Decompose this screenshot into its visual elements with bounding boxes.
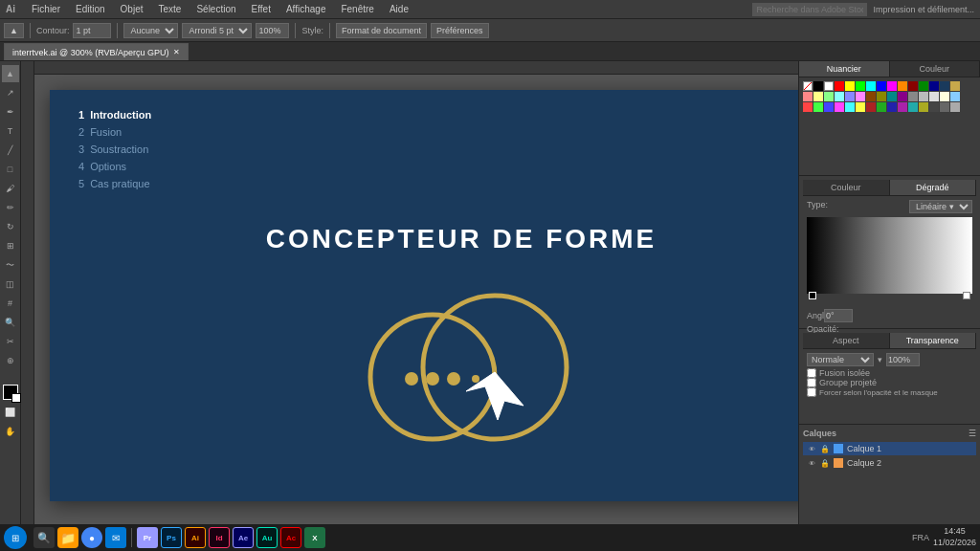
- mesh-tool[interactable]: #: [2, 295, 19, 312]
- gradient-tool[interactable]: ◫: [2, 276, 19, 293]
- menu-fenetre[interactable]: Fenêtre: [338, 4, 376, 14]
- menu-affichage[interactable]: Affichage: [283, 4, 329, 14]
- gradient-stop-left[interactable]: [809, 292, 816, 299]
- direct-select-tool[interactable]: ↗: [2, 84, 19, 101]
- blend-mode-select[interactable]: Normale: [807, 353, 874, 366]
- selection-tool[interactable]: ▲: [2, 65, 19, 82]
- menu-objet[interactable]: Objet: [118, 4, 146, 14]
- menu-selection[interactable]: Sélection: [193, 4, 238, 14]
- swatch-c9[interactable]: [866, 102, 876, 112]
- taskbar-photoshop[interactable]: Ps: [161, 527, 182, 548]
- around-select[interactable]: Arrondi 5 pt: [182, 23, 252, 38]
- artboard-tool[interactable]: ⬜: [2, 404, 19, 421]
- swatch-white[interactable]: [824, 81, 834, 91]
- swatch-gray3[interactable]: [929, 92, 939, 101]
- gradient-type-select[interactable]: Linéaire ▾: [909, 200, 972, 213]
- taskbar-mail[interactable]: ✉: [105, 527, 126, 548]
- forme-select[interactable]: Aucune: [123, 23, 178, 38]
- text-tool[interactable]: T: [2, 122, 19, 140]
- calque-visibility-1[interactable]: 👁: [807, 444, 816, 453]
- swatch-blue[interactable]: [877, 81, 886, 91]
- taskbar-illustrator[interactable]: Ai: [185, 527, 206, 548]
- taskbar-excel[interactable]: X: [304, 527, 325, 548]
- swatch-navy[interactable]: [940, 81, 949, 91]
- swatch-c3[interactable]: [803, 102, 813, 112]
- gradient-stop-right[interactable]: [963, 292, 970, 299]
- taskbar-audition[interactable]: Au: [256, 527, 278, 548]
- taskbar-start-btn[interactable]: ⊞: [4, 526, 27, 549]
- swatch-black[interactable]: [813, 81, 823, 91]
- taskbar-indesign[interactable]: Id: [209, 527, 230, 548]
- swatch-c5[interactable]: [824, 102, 834, 112]
- swatch-lt-cyan[interactable]: [835, 92, 844, 101]
- pen-tool[interactable]: ✒: [2, 103, 19, 121]
- calque-lock-2[interactable]: 🔒: [820, 458, 830, 468]
- tab-aspect[interactable]: Aspect: [803, 333, 890, 348]
- taskbar-premiere[interactable]: Pr: [137, 527, 158, 548]
- zoom-input[interactable]: [256, 23, 289, 38]
- swatch-pink[interactable]: [803, 92, 813, 101]
- taskbar-acrobat[interactable]: Ac: [280, 527, 301, 548]
- swatch-none[interactable]: [803, 81, 813, 91]
- swatch-teal[interactable]: [887, 92, 897, 101]
- angle-input[interactable]: [824, 309, 853, 322]
- swatch-c16[interactable]: [940, 102, 949, 112]
- swatch-c13[interactable]: [908, 102, 918, 112]
- tab-transparence[interactable]: Transparence: [890, 333, 977, 348]
- tab-couleur-grad[interactable]: Couleur: [803, 180, 890, 195]
- calque-row-2[interactable]: 👁 🔒 Calque 2: [803, 456, 976, 470]
- swatch-lt-magenta[interactable]: [856, 92, 865, 101]
- stroke-color-box[interactable]: [11, 393, 21, 403]
- eyedropper-tool[interactable]: 🔍: [2, 314, 19, 331]
- swatch-c11[interactable]: [887, 102, 897, 112]
- swatch-c14[interactable]: [919, 102, 928, 112]
- document-tab[interactable]: interrtvek.ai @ 300% (RVB/Aperçu GPU) ✕: [4, 43, 189, 60]
- swatch-c4[interactable]: [813, 102, 823, 112]
- scale-tool[interactable]: ⊞: [2, 237, 19, 254]
- stock-search-input[interactable]: [752, 3, 867, 16]
- swatch-red[interactable]: [835, 81, 844, 91]
- swatch-gold[interactable]: [950, 81, 960, 91]
- groupe-projete-cb[interactable]: Groupe projeté: [807, 378, 972, 387]
- tab-close-btn[interactable]: ✕: [173, 48, 180, 56]
- contour-value-input[interactable]: [73, 23, 111, 38]
- menu-aide[interactable]: Aide: [387, 4, 412, 14]
- swatch-green[interactable]: [856, 81, 865, 91]
- menu-effet[interactable]: Effet: [249, 4, 274, 14]
- swatch-c12[interactable]: [898, 102, 907, 112]
- canvas-area[interactable]: 1 Introduction 2 Fusion 3 Soustraction 4…: [21, 61, 798, 530]
- taskbar-explorer[interactable]: 📁: [57, 527, 78, 548]
- menu-fichier[interactable]: Fichier: [29, 4, 63, 14]
- tab-degrade[interactable]: Dégradé: [890, 180, 977, 195]
- select-tool-btn[interactable]: ▲: [4, 23, 24, 38]
- swatch-gray1[interactable]: [908, 92, 918, 101]
- paintbrush-tool[interactable]: 🖌: [2, 180, 19, 197]
- calque-menu-btn[interactable]: ☰: [969, 429, 976, 438]
- swatch-sky[interactable]: [950, 92, 960, 101]
- scissors-tool[interactable]: ✂: [2, 333, 19, 350]
- swatch-c7[interactable]: [845, 102, 855, 112]
- menu-edition[interactable]: Edition: [73, 4, 108, 14]
- hand-tool[interactable]: ✋: [2, 423, 19, 440]
- swatch-cream[interactable]: [940, 92, 949, 101]
- fill-color-box[interactable]: [3, 385, 18, 400]
- preferences-button[interactable]: Préférences: [431, 23, 489, 38]
- rect-tool[interactable]: □: [2, 161, 19, 178]
- fusion-isolee-cb[interactable]: Fusion isolée: [807, 368, 972, 378]
- swatch-yellow[interactable]: [845, 81, 855, 91]
- swatch-brown[interactable]: [866, 92, 876, 101]
- calque-visibility-2[interactable]: 👁: [807, 458, 816, 468]
- swatch-lt-blue[interactable]: [845, 92, 855, 101]
- rotate-tool[interactable]: ↻: [2, 218, 19, 235]
- swatch-lt-green[interactable]: [824, 92, 834, 101]
- swatch-c6[interactable]: [835, 102, 844, 112]
- menu-texte[interactable]: Texte: [156, 4, 185, 14]
- swatch-c8[interactable]: [856, 102, 865, 112]
- swatch-gray2[interactable]: [919, 92, 928, 101]
- swatch-orange[interactable]: [898, 81, 907, 91]
- calque-row-1[interactable]: 👁 🔒 Calque 1: [803, 442, 976, 455]
- swatch-dark-green[interactable]: [919, 81, 928, 91]
- taskbar-chrome[interactable]: ●: [81, 527, 102, 548]
- swatch-olive[interactable]: [877, 92, 886, 101]
- opacity-pct-input[interactable]: [886, 353, 920, 366]
